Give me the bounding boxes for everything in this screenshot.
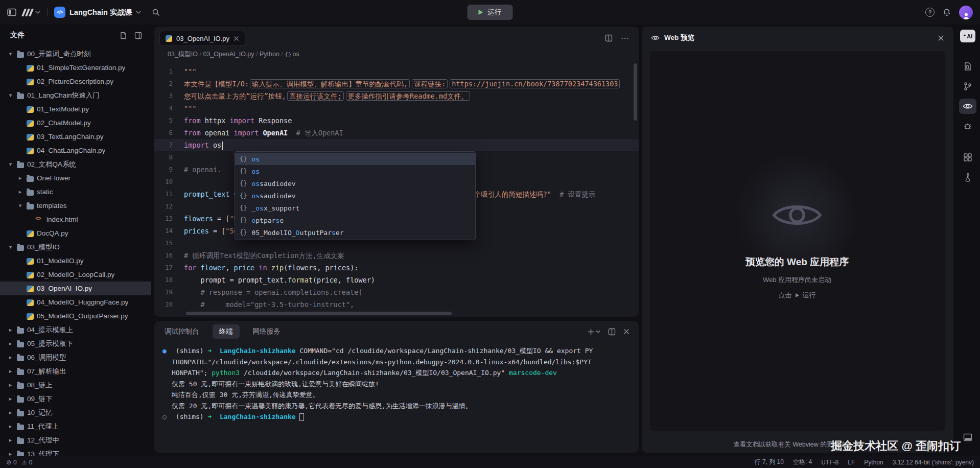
status-item[interactable]: LF xyxy=(848,459,855,466)
new-terminal-icon[interactable] xyxy=(588,329,600,335)
terminal-output[interactable]: ● (shims) ➜ LangChain-shizhanke COMMAND=… xyxy=(154,342,639,453)
suggestion-item[interactable]: {} os xyxy=(235,153,475,165)
tree-item[interactable]: ▾ 01_LangChain快速入门 xyxy=(0,88,151,102)
code-line[interactable]: 3 您可以点击最上方的“运行”按钮,直接运行该文件;更多操作指引请参考Readm… xyxy=(154,90,639,102)
tree-item[interactable]: 04_ModelIO_HuggingFace.py xyxy=(0,295,151,309)
terminal-tab[interactable]: 终端 xyxy=(213,324,240,339)
tree-item[interactable]: 01_ModelIO.py xyxy=(0,254,151,268)
code-line[interactable]: 20 # model="gpt-3.5-turbo-instruct", xyxy=(154,298,639,311)
tree-item[interactable]: 02_ChatModel.py xyxy=(0,116,151,130)
preview-viewport: 预览您的 Web 应用程序 Web 应用程序尚未启动 点击 运行 xyxy=(649,50,945,431)
status-item[interactable]: 行 7, 列 10 xyxy=(755,458,784,466)
file-search-icon[interactable] xyxy=(959,59,976,74)
suggestion-item[interactable]: {} ossaudiodev xyxy=(235,190,475,202)
test-beaker-icon[interactable] xyxy=(959,170,976,185)
code-line[interactable]: 6 from openai import OpenAI # 导入OpenAI xyxy=(154,127,639,139)
suggestion-item[interactable]: {} _osx_support xyxy=(235,202,475,214)
code-line[interactable]: 19 # response = openai.completions.creat… xyxy=(154,286,639,298)
tree-item[interactable]: ▸ 07_解析输出 xyxy=(0,364,151,378)
close-icon[interactable] xyxy=(234,36,239,41)
close-icon[interactable] xyxy=(938,35,944,41)
help-icon[interactable] xyxy=(925,8,935,17)
status-item[interactable]: 3.12.12 64-bit ('shims': pyenv) xyxy=(893,459,974,466)
file-type-icon xyxy=(27,230,34,237)
new-file-icon[interactable] xyxy=(120,32,127,39)
ai-assistant-icon[interactable]: AI xyxy=(960,30,975,42)
editor-tab[interactable]: 03_OpenAI_IO.py xyxy=(159,31,245,46)
code-line[interactable]: 17 for flower, price in zip(flowers, pri… xyxy=(154,262,639,274)
sidebar-toggle-icon[interactable] xyxy=(7,8,16,16)
avatar[interactable] xyxy=(959,6,973,19)
file-type-icon xyxy=(27,204,34,209)
tree-item[interactable]: 03_TextLangChain.py xyxy=(0,130,151,144)
tree-item[interactable]: ▸ static xyxy=(0,185,151,199)
tree-item[interactable]: 03_OpenAI_IO.py xyxy=(0,282,151,295)
panel-layout-icon[interactable] xyxy=(959,430,976,445)
code-line[interactable]: 18 prompt = prompt_text.format(price, fl… xyxy=(154,274,639,286)
tree-item[interactable]: 02_PictureDescription.py xyxy=(0,75,151,88)
more-actions-icon[interactable]: ⋯ xyxy=(621,33,629,43)
problems-indicator[interactable]: 0 0 xyxy=(6,459,32,466)
tree-item[interactable]: ▸ 05_提示模板下 xyxy=(0,337,151,350)
tree-item[interactable]: DocQA.py xyxy=(0,226,151,240)
tree-item[interactable]: 02_ModelIO_LoopCall.py xyxy=(0,268,151,282)
suggestion-item[interactable]: {} 05_ModelIO_OutputParser xyxy=(235,226,475,239)
tree-item[interactable]: 01_SimpleTextGeneration.py xyxy=(0,61,151,75)
suggestion-item[interactable]: {} optparse xyxy=(235,214,475,226)
code-line[interactable]: 1 """ xyxy=(154,65,639,78)
tree-item[interactable]: ▸ 11_代理上 xyxy=(0,419,151,433)
chevron-icon: ▸ xyxy=(7,368,14,375)
vertical-scrollbar[interactable] xyxy=(634,63,637,121)
code-line[interactable]: 7 import os xyxy=(154,139,639,151)
split-editor-icon[interactable] xyxy=(605,34,613,42)
tree-item[interactable]: ▸ 10_记忆 xyxy=(0,406,151,419)
tree-item[interactable]: ▾ 03_模型IO xyxy=(0,240,151,254)
breadcrumb[interactable]: 03_模型IO / 03_OpenAI_IO.py / Python / {} … xyxy=(154,47,639,61)
tree-item[interactable]: ▾ 02_文档QA系统 xyxy=(0,157,151,171)
suggestion-item[interactable]: {} os xyxy=(235,165,475,177)
status-item[interactable]: 空格: 4 xyxy=(793,458,812,466)
file-type-icon xyxy=(17,383,24,389)
tree-item[interactable]: ▸ 09_链下 xyxy=(0,392,151,406)
webview-docs-link[interactable]: 查看文档以获取有关 Webview 的更多信息 xyxy=(642,436,953,453)
tree-item[interactable]: ▸ 04_提示模板上 xyxy=(0,323,151,337)
status-item[interactable]: Python xyxy=(864,459,883,466)
search-icon[interactable] xyxy=(152,8,160,16)
debug-icon[interactable] xyxy=(959,119,976,134)
code-line[interactable]: 4 """ xyxy=(154,102,639,114)
run-button[interactable]: 运行 xyxy=(468,5,513,20)
chevron-icon: ▸ xyxy=(7,340,14,347)
project-switcher[interactable]: LangChain 实战课 xyxy=(54,7,141,18)
bell-icon[interactable] xyxy=(943,8,951,17)
terminal-tab[interactable]: 网络服务 xyxy=(252,324,282,339)
extensions-icon[interactable] xyxy=(959,150,976,165)
tree-item[interactable]: ▸ 12_代理中 xyxy=(0,433,151,447)
tree-item[interactable]: ▾ 00_开篇词_奇点时刻 xyxy=(0,47,151,61)
status-item[interactable]: UTF-8 xyxy=(821,459,838,466)
suggestion-item[interactable]: {} ossaudiodev xyxy=(235,177,475,190)
tree-item[interactable]: ▸ 13_代理下 xyxy=(0,447,151,456)
horizontal-scrollbar[interactable] xyxy=(186,312,452,315)
code-line[interactable]: 2 本文件是【模型I/O:输入提示、调用模型、解析输出】章节的配套代码,课程链接… xyxy=(154,78,639,90)
code-text: from httpx import Response xyxy=(184,114,292,127)
code-line[interactable]: 5 from httpx import Response xyxy=(154,114,639,127)
terminal-tab[interactable]: 调试控制台 xyxy=(164,324,200,339)
web-preview-icon[interactable] xyxy=(959,99,976,114)
git-branch-icon[interactable] xyxy=(959,79,976,94)
tree-item[interactable]: 05_ModelIO_OutputParser.py xyxy=(0,309,151,323)
tree-item[interactable]: ▸ 06_调用模型 xyxy=(0,350,151,364)
split-terminal-icon[interactable] xyxy=(608,328,616,336)
line-number: 19 xyxy=(154,286,184,298)
tree-item[interactable]: ▾ templates xyxy=(0,199,151,213)
tree-item[interactable]: 01_TextModel.py xyxy=(0,102,151,116)
tree-item[interactable]: ▸ OneFlower xyxy=(0,171,151,185)
tree-item[interactable]: 04_ChatLangChain.py xyxy=(0,144,151,157)
close-panel-icon[interactable] xyxy=(623,329,629,335)
tree-item-label: 05_提示模板下 xyxy=(27,339,73,348)
app-logo[interactable] xyxy=(23,9,40,16)
code-line[interactable]: 16 # 循环调用Text模型的Completion方法,生成文案 xyxy=(154,249,639,262)
split-panel-icon[interactable] xyxy=(134,32,142,39)
tree-item[interactable]: index.html xyxy=(0,213,151,226)
file-type-icon xyxy=(17,93,24,99)
tree-item[interactable]: ▸ 08_链上 xyxy=(0,378,151,392)
